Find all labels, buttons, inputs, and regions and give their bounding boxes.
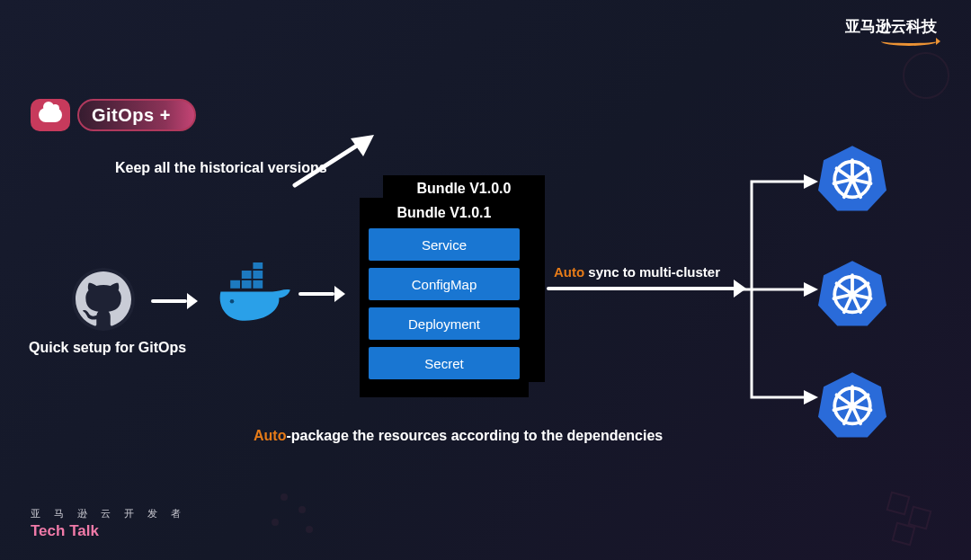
slide-title: GitOps + (31, 99, 196, 131)
bundle-front-title: Bundle V1.0.1 (369, 205, 520, 221)
auto-package-text: -package the resources according to the … (286, 428, 663, 443)
bundle-back-title: Bundle V1.0.0 (383, 175, 545, 197)
svg-marker-9 (804, 174, 818, 189)
footer-brand: 亚 马 逊 云 开 发 者 Tech Talk (31, 507, 186, 540)
resource-item: ConfigMap (369, 268, 520, 300)
resource-item: Deployment (369, 307, 520, 340)
fanout-connector (734, 171, 818, 408)
aws-brand: 亚马逊云科技 (845, 16, 937, 46)
svg-rect-4 (253, 271, 263, 279)
bundle-card-front: Bundle V1.0.1 Service ConfigMap Deployme… (360, 198, 529, 397)
decoration-gear (903, 52, 949, 99)
svg-rect-2 (253, 280, 263, 289)
quick-setup-label: Quick setup for GitOps (29, 340, 186, 356)
auto-package-label: Auto-package the resources according to … (254, 428, 663, 444)
kubernetes-icon (818, 144, 886, 212)
decoration-cubes (885, 493, 944, 547)
arrow-up-icon (288, 135, 378, 189)
arrow-icon (298, 286, 345, 302)
svg-rect-3 (242, 271, 252, 279)
docker-icon (216, 262, 297, 324)
svg-point-41 (848, 402, 856, 410)
footer-line2: Tech Talk (31, 522, 186, 540)
github-icon (72, 268, 135, 331)
aws-smile-icon (881, 37, 937, 46)
svg-rect-1 (242, 280, 252, 289)
svg-point-31 (848, 290, 856, 298)
arrow-icon (151, 293, 198, 309)
svg-point-6 (230, 299, 235, 304)
svg-line-7 (295, 144, 360, 185)
footer-line1: 亚 马 逊 云 开 发 者 (31, 507, 186, 520)
decoration-network (263, 493, 320, 533)
svg-rect-5 (253, 262, 263, 269)
resource-item: Service (369, 228, 520, 261)
cloud-icon (31, 99, 70, 131)
auto-sync-text: sync to multi-cluster (584, 264, 720, 280)
auto-keyword: Auto (554, 264, 584, 280)
svg-rect-0 (230, 280, 240, 289)
arrow-line (547, 287, 735, 290)
svg-marker-11 (804, 390, 818, 404)
auto-keyword: Auto (254, 428, 286, 443)
slide-title-text: GitOps + (77, 99, 196, 131)
aws-brand-text: 亚马逊云科技 (845, 16, 937, 37)
svg-point-21 (848, 175, 856, 183)
kubernetes-icon (818, 259, 886, 327)
auto-sync-label: Auto sync to multi-cluster (554, 264, 720, 280)
kubernetes-icon (818, 370, 886, 439)
resource-item: Secret (369, 347, 520, 379)
svg-marker-10 (804, 282, 818, 297)
